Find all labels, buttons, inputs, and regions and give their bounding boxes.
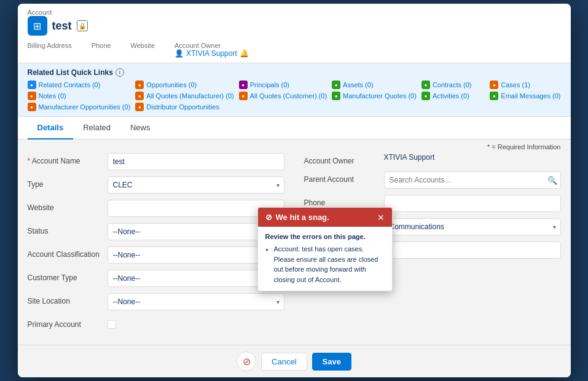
account-name: test <box>52 20 72 33</box>
ql-related-contacts[interactable]: ● Related Contacts (0) <box>28 81 131 89</box>
app-icon: ⊞ <box>28 16 47 36</box>
error-modal-body: Review the errors on this page. Account:… <box>258 227 392 291</box>
website-meta: Website <box>130 42 155 58</box>
person-notify-icon: 🔔 <box>240 49 249 58</box>
ql-icon-opportunities: ● <box>135 81 144 89</box>
ql-notes[interactable]: ● Notes (0) <box>28 92 131 100</box>
tab-related[interactable]: Related <box>73 117 120 139</box>
ql-mfg-quotes[interactable]: ● Manufacturer Quotes (0) <box>332 92 417 100</box>
header: Account ⊞ test 🔒 Billing Address Phone W… <box>18 4 571 63</box>
ql-icon-notes: ● <box>28 92 36 100</box>
account-owner-meta: Account Owner 👤 XTIVIA Support 🔔 <box>174 42 249 58</box>
lock-icon: 🔒 <box>77 20 88 31</box>
action-bar: ⊘ Cancel Save <box>18 345 571 377</box>
account-label: Account <box>28 9 561 16</box>
ql-all-quotes-cust[interactable]: ● All Quotes (Customer) (0) <box>239 92 327 100</box>
ql-icon-all-quotes-mfg: ● <box>135 92 144 100</box>
ql-activities[interactable]: ● Activities (0) <box>421 92 485 100</box>
ql-contracts[interactable]: ● Contracts (0) <box>421 81 485 89</box>
cancel-button[interactable]: Cancel <box>261 353 307 371</box>
modal-overlay: ⊘ We hit a snag. ✕ Review the errors on … <box>18 139 571 345</box>
account-owner-value: 👤 XTIVIA Support 🔔 <box>174 49 249 58</box>
error-list: Account: test has open cases. Please ens… <box>265 244 385 285</box>
ql-icon-principals: ● <box>239 81 248 89</box>
ql-principals[interactable]: ● Principals (0) <box>239 81 327 89</box>
phone-label: Phone <box>92 42 111 49</box>
quick-links-grid: ● Related Contacts (0) ● Opportunities (… <box>28 81 561 111</box>
meta-row: Billing Address Phone Website Account Ow… <box>28 38 561 63</box>
error-close-button[interactable]: ✕ <box>377 213 385 222</box>
account-owner-label: Account Owner <box>174 42 249 49</box>
ql-icon-related-contacts: ● <box>28 81 36 89</box>
ql-all-quotes-mfg[interactable]: ● All Quotes (Manufacturer) (0) <box>135 92 233 100</box>
person-icon: 👤 <box>174 49 184 58</box>
ql-dist-opps[interactable]: ● Distributor Opportunities <box>135 103 233 111</box>
ql-icon-email-messages: ● <box>490 92 498 100</box>
ql-mfg-opps[interactable]: ● Manufacturer Opportunities (0) <box>28 103 131 111</box>
ql-icon-assets: ● <box>332 81 340 89</box>
error-icon: ⊘ <box>265 213 272 222</box>
ql-email-messages[interactable]: ● Email Messages (0) <box>490 92 560 100</box>
save-button[interactable]: Save <box>312 353 351 371</box>
ql-icon-activities: ● <box>421 92 430 100</box>
error-modal-title: ⊘ We hit a snag. <box>265 213 329 222</box>
main-window: Account ⊞ test 🔒 Billing Address Phone W… <box>18 4 571 377</box>
error-item: Account: test has open cases. Please ens… <box>274 244 385 285</box>
ql-icon-mfg-opps: ● <box>28 103 36 111</box>
quick-links-title: Related List Quick Links i <box>28 68 561 77</box>
website-label: Website <box>130 42 155 49</box>
ql-assets[interactable]: ● Assets (0) <box>332 81 417 89</box>
billing-address-meta: Billing Address <box>28 42 72 58</box>
account-title-row: ⊞ test 🔒 <box>28 16 561 38</box>
delete-button[interactable]: ⊘ <box>237 352 256 371</box>
error-body-intro: Review the errors on this page. <box>265 233 385 240</box>
grid-icon: ⊞ <box>33 20 41 32</box>
ql-icon-mfg-quotes: ● <box>332 92 340 100</box>
ql-cases[interactable]: ● Cases (1) <box>490 81 560 89</box>
tab-news[interactable]: News <box>120 117 160 139</box>
tabs: Details Related News <box>18 117 571 139</box>
phone-meta: Phone <box>92 42 111 58</box>
billing-address-label: Billing Address <box>28 42 72 49</box>
ql-icon-dist-opps: ● <box>135 103 144 111</box>
error-modal-header: ⊘ We hit a snag. ✕ <box>258 208 392 227</box>
ql-icon-contracts: ● <box>421 81 430 89</box>
error-modal: ⊘ We hit a snag. ✕ Review the errors on … <box>257 207 393 291</box>
info-icon[interactable]: i <box>116 68 124 77</box>
ql-opportunities[interactable]: ● Opportunities (0) <box>135 81 233 89</box>
quick-links-section: Related List Quick Links i ● Related Con… <box>18 63 571 117</box>
main-content: * = Required Information Account Name Ty… <box>18 139 571 345</box>
ql-icon-cases: ● <box>490 81 498 89</box>
tab-details[interactable]: Details <box>28 117 74 139</box>
ql-icon-all-quotes-cust: ● <box>239 92 248 100</box>
